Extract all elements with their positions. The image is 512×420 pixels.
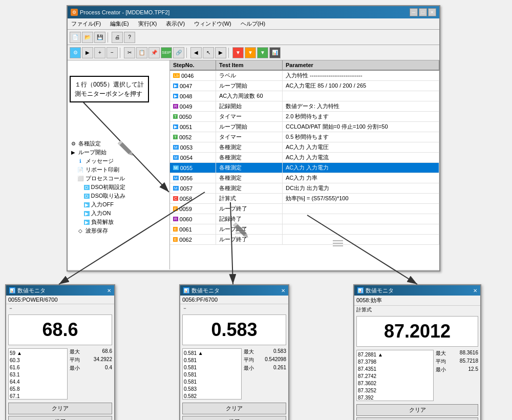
- tb-settings[interactable]: ⚙: [70, 47, 81, 58]
- monitor-subtitle-1: 0055:POWER/6700: [6, 296, 114, 304]
- monitor-list-1[interactable]: 59 ▲ 60.3 61.6 63.1 64.4 65.8 67.1 68.6: [8, 348, 68, 400]
- tb-forward[interactable]: ▶: [215, 47, 226, 58]
- tree-item-input-on[interactable]: ▶ 入力ON: [84, 209, 167, 218]
- grid-row-0050[interactable]: T 0050 タイマー 2.0 秒間待ちます: [170, 112, 439, 122]
- menu-window[interactable]: ウィンドウ(W): [193, 19, 233, 28]
- clear-button-1[interactable]: クリア: [8, 403, 112, 414]
- clear-button-2[interactable]: クリア: [182, 403, 286, 414]
- cell-param-0046: 入力特性 ----------------------------: [283, 71, 439, 80]
- tb-link[interactable]: 🔗: [173, 47, 184, 58]
- menu-file[interactable]: ファイル(F): [70, 19, 102, 28]
- grid-row-0055[interactable]: M 0055 各種測定 AC入力 入力電力: [170, 163, 439, 173]
- clear-button-3[interactable]: クリア: [356, 404, 478, 416]
- cell-param-0056: AC入力 力率: [283, 173, 439, 183]
- grid-row-0057[interactable]: M 0057 各種測定 DC出力 出力電力: [170, 183, 439, 194]
- monitor-subtitle-3: 0058:効率: [354, 296, 480, 306]
- max-label-3: 最大: [436, 350, 448, 357]
- tree-item-waveform[interactable]: ◇ 波形保存: [77, 226, 167, 235]
- tree-item-input-off[interactable]: ▶ 入力OFF: [84, 200, 167, 209]
- max-label-1: 最大: [70, 348, 82, 355]
- grid-row-0058[interactable]: C 0058 計算式 効率[%] = (S57/S55)*100: [170, 194, 439, 204]
- cell-param-0054: AC入力 入力電流: [283, 153, 439, 162]
- tree-item-process[interactable]: ⬜ プロセスコール: [77, 174, 167, 183]
- tb-print[interactable]: 🖨: [112, 32, 123, 43]
- monitor-close-2[interactable]: ✕: [281, 288, 285, 293]
- tb-monitor[interactable]: 📊: [269, 47, 281, 58]
- grid-row-0051[interactable]: ▶ 0051 ループ開始 CCLOAD/PAT 開始=0 停止=100 分割=5…: [170, 122, 439, 132]
- monitor-list-2[interactable]: 0.581 ▲ 0.581 0.581 0.581 0.581 0.583 0.…: [182, 348, 242, 400]
- tb-paste[interactable]: 📌: [148, 47, 160, 58]
- main-window: ⚙ Process Creator - [MDDEMO.TPF2] ─ □ ✕ …: [67, 5, 440, 271]
- monitor-value-1: 68.6: [8, 314, 112, 345]
- restore-button[interactable]: □: [419, 8, 427, 16]
- tree-item-loop-start[interactable]: ▶ ループ開始: [70, 148, 167, 157]
- icon-end1: E: [173, 206, 178, 211]
- cell-testitem-0057: 各種測定: [216, 183, 283, 193]
- grid-row-0060[interactable]: R 0060 記録終了: [170, 214, 439, 224]
- grid-row-0047[interactable]: ▶ 0047 ループ開始 AC入力電圧 85 / 100 / 200 / 265: [170, 81, 439, 91]
- grid-row-0062[interactable]: E 0062 ループ終了: [170, 235, 439, 245]
- tb-remove[interactable]: −: [106, 47, 118, 58]
- tb-open[interactable]: 📂: [82, 32, 93, 43]
- grid-row-0052[interactable]: T 0052 タイマー 0.5 秒間待ちます: [170, 132, 439, 142]
- tree-item-dso-init[interactable]: D DSO初期設定: [84, 183, 167, 192]
- tb-down2[interactable]: ▼: [245, 47, 256, 58]
- cell-testitem-0062: ループ終了: [216, 235, 283, 244]
- tb-run[interactable]: ▶: [82, 47, 93, 58]
- monitor-list-3[interactable]: 87.2881 ▲ 87.3798 87.4351 87.2742 87.360…: [356, 350, 434, 401]
- menu-view[interactable]: 表示(V): [164, 19, 186, 28]
- grid-row-0048[interactable]: ▶ 0048 AC入力周波数 60: [170, 91, 439, 101]
- cell-param-0051: CCLOAD/PAT 開始=0 停止=100 分割=50: [283, 122, 439, 132]
- cell-testitem-0049: 記録開始: [216, 101, 283, 111]
- icon-loop3: ▶: [173, 124, 178, 129]
- menu-edit[interactable]: 編集(E): [109, 19, 131, 28]
- tb-cursor[interactable]: ↖: [203, 47, 214, 58]
- end-button-3[interactable]: 終了: [356, 417, 478, 420]
- tb-add[interactable]: +: [94, 47, 105, 58]
- tb-save[interactable]: 💾: [94, 32, 105, 43]
- close-button[interactable]: ✕: [428, 8, 436, 16]
- toolbar1: 📄 📂 💾 🖨 ?: [68, 30, 439, 45]
- monitor-close-1[interactable]: ✕: [107, 288, 111, 293]
- tb-new[interactable]: 📄: [70, 32, 81, 43]
- grid-row-0049[interactable]: R 0049 記録開始 数値データ: 入力特性: [170, 101, 439, 112]
- minimize-button[interactable]: ─: [410, 8, 418, 16]
- menu-help[interactable]: ヘルプ(H): [239, 19, 267, 28]
- tb-cut[interactable]: ✂: [124, 47, 135, 58]
- tree-item-report[interactable]: 📄 リポート印刷: [77, 165, 167, 174]
- grid-row-0059[interactable]: E 0059 ループ終了: [170, 204, 439, 214]
- app-icon: ⚙: [71, 9, 78, 16]
- tb-back[interactable]: ◀: [190, 47, 202, 58]
- min-val-2: 0.261: [258, 365, 286, 372]
- tb-down1[interactable]: ▼: [232, 47, 244, 58]
- grid-row-0053[interactable]: M 0053 各種測定 AC入力 入力電圧: [170, 142, 439, 153]
- end-button-1[interactable]: 終了: [8, 416, 112, 420]
- tb-seip[interactable]: SEIP: [161, 47, 172, 58]
- grid-body[interactable]: Lb 0046 ラベル 入力特性 -----------------------…: [170, 71, 439, 269]
- end-button-2[interactable]: 終了: [182, 416, 286, 420]
- grid-row-0054[interactable]: M 0054 各種測定 AC入力 入力電流: [170, 153, 439, 163]
- grid-row-0056[interactable]: M 0056 各種測定 AC入力 力率: [170, 173, 439, 183]
- tree-label-dso-init: DSO初期設定: [91, 183, 126, 191]
- monitor-body-1: 59 ▲ 60.3 61.6 63.1 64.4 65.8 67.1 68.6 …: [6, 347, 114, 401]
- grid-row-0061[interactable]: E 0061 ループ終了: [170, 224, 439, 235]
- tree-item-message[interactable]: ℹ メッセージ: [77, 157, 167, 165]
- menu-bar: ファイル(F) 編集(E) 実行(X) 表示(V) ウィンドウ(W) ヘルプ(H…: [68, 18, 439, 30]
- tree-item-load-release[interactable]: ▶ 負荷解放: [84, 218, 167, 226]
- icon-record: R: [173, 104, 178, 109]
- grid-row-0046[interactable]: Lb 0046 ラベル 入力特性 -----------------------…: [170, 71, 439, 81]
- tb-down3[interactable]: ▼: [257, 47, 268, 58]
- monitor-title-3: 📊 数値モニタ ✕: [354, 285, 480, 296]
- cell-step-0062: E 0062: [170, 235, 216, 244]
- cell-testitem-0059: ループ終了: [216, 204, 283, 214]
- cell-testitem-0058: 計算式: [216, 194, 283, 203]
- tree-item-settings[interactable]: ⚙ 各種設定: [70, 139, 167, 148]
- monitor-close-3[interactable]: ✕: [473, 288, 477, 293]
- tree-item-dso-capture[interactable]: D DSO取り込み: [84, 192, 167, 200]
- tb-question[interactable]: ?: [124, 32, 135, 43]
- cell-testitem-0046: ラベル: [216, 71, 283, 80]
- cell-param-0059: [283, 204, 439, 214]
- cell-testitem-0052: タイマー: [216, 132, 283, 142]
- menu-execute[interactable]: 実行(X): [137, 19, 159, 28]
- tb-copy[interactable]: 📋: [136, 47, 147, 58]
